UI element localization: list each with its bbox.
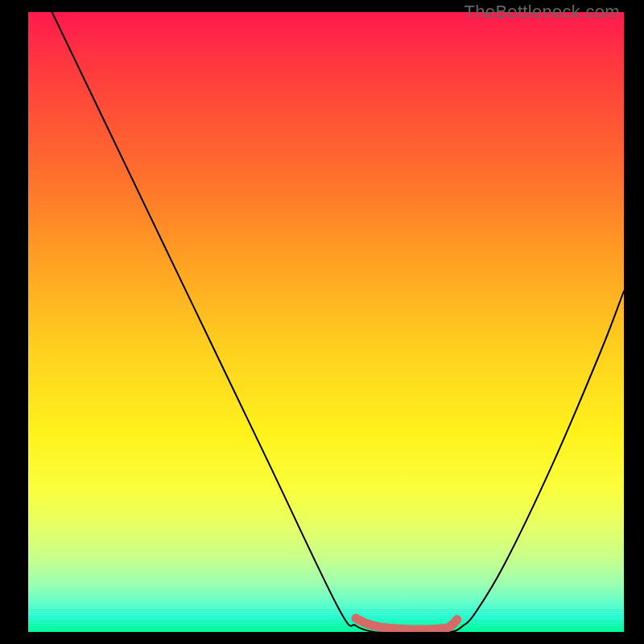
stripe: [28, 628, 624, 629]
plot-area: [28, 12, 624, 632]
stripe: [28, 609, 624, 610]
stripe: [28, 626, 624, 627]
stripe: [28, 621, 624, 621]
stripe: [28, 619, 624, 620]
stripe: [28, 615, 624, 616]
stripe: [28, 630, 624, 630]
stripe: [28, 617, 624, 617]
stripe: [28, 611, 624, 612]
stripe: [28, 622, 624, 623]
stripe: [28, 624, 624, 625]
stripe: [28, 613, 624, 614]
heat-gradient-background: [28, 12, 624, 632]
watermark-text: TheBottleneck.com: [464, 2, 620, 23]
chart-frame: [28, 12, 624, 632]
